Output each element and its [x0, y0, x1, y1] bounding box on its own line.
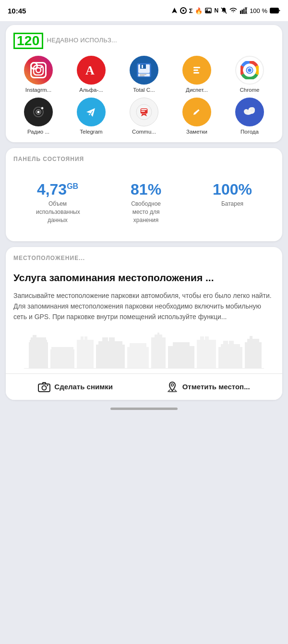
alfa-label: Альфа-... [79, 87, 103, 93]
app-item-zamet[interactable]: Заметки [172, 98, 222, 135]
svg-rect-12 [34, 65, 43, 75]
stat-battery-desc: Батарея [221, 200, 243, 208]
svg-rect-5 [240, 11, 241, 14]
zamet-label: Заметки [186, 129, 207, 135]
chrome-icon [235, 56, 264, 85]
svg-rect-41 [141, 111, 145, 112]
app-item-radio[interactable]: Радио ... [13, 98, 63, 135]
app-item-alfa[interactable]: A Альфа-... [66, 56, 116, 93]
svg-point-36 [41, 107, 44, 110]
app-item-community[interactable]: Commu... [119, 98, 169, 135]
svg-rect-54 [77, 340, 94, 369]
svg-point-31 [248, 68, 252, 72]
city-illustration [13, 330, 275, 369]
image-icon [205, 8, 212, 13]
community-icon [130, 98, 158, 126]
main-content: 120 НЕДАВНО ИСПОЛЬЗ... Instagrm... [0, 21, 288, 404]
snap-label: Сделать снимки [54, 383, 113, 391]
radio-label: Радио ... [27, 129, 49, 135]
location-icon [171, 7, 178, 14]
chrome-label: Chrome [240, 87, 260, 93]
svg-point-80 [42, 385, 47, 390]
svg-rect-57 [96, 345, 125, 369]
signal-icon [240, 7, 247, 14]
app-item-disp[interactable]: Диспет... [172, 56, 222, 93]
svg-rect-78 [24, 368, 264, 369]
stats-row: 4,73GB Объем использованных данных 81% С… [13, 172, 275, 234]
stat-data-usage: 4,73GB Объем использованных данных [36, 182, 79, 224]
stat-storage-value: 81% [131, 182, 161, 197]
community-label: Commu... [132, 129, 156, 135]
svg-point-35 [37, 111, 40, 113]
svg-rect-11 [271, 9, 278, 12]
svg-rect-23 [140, 75, 144, 76]
app-item-chrome[interactable]: Chrome [225, 56, 275, 93]
svg-rect-20 [142, 65, 143, 68]
svg-rect-79 [38, 384, 50, 392]
instagram-icon [24, 56, 53, 85]
svg-rect-70 [205, 336, 209, 341]
recently-used-label-text: НЕДАВНО ИСПОЛЬЗ... [47, 37, 117, 44]
svg-rect-55 [81, 336, 84, 341]
location-card: МЕСТОПОЛОЖЕНИЕ... Услуга запоминания мес… [6, 247, 282, 399]
svg-point-1 [182, 10, 184, 12]
svg-rect-67 [173, 342, 190, 347]
app-item-instagram[interactable]: Instagrm... [13, 56, 63, 93]
s-icon: Σ [189, 7, 193, 14]
pin-icon [166, 381, 179, 393]
svg-point-46 [244, 109, 249, 114]
disp-icon [182, 56, 211, 85]
telegram-label: Telegram [80, 129, 102, 135]
svg-rect-7 [243, 9, 245, 14]
location-text: Записывайте местоположение парковки авто… [13, 290, 275, 322]
svg-rect-66 [168, 346, 194, 369]
battery-icon [270, 8, 280, 13]
svg-rect-27 [193, 72, 199, 74]
telegram-icon [77, 98, 106, 126]
camera-icon [38, 381, 50, 393]
total-label: Total C... [133, 87, 155, 93]
stat-data-desc: Объем использованных данных [36, 200, 79, 224]
svg-point-81 [47, 384, 48, 386]
mark-button[interactable]: Отметить местоп... [166, 381, 250, 393]
svg-rect-74 [229, 341, 234, 345]
svg-rect-61 [127, 347, 149, 369]
total-icon [130, 56, 158, 85]
svg-point-13 [36, 68, 41, 73]
status-panel-card: ПАНЕЛЬ СОСТОЯНИЯ 4,73GB Объем использова… [6, 148, 282, 241]
instagram-label: Instagrm... [25, 87, 51, 93]
bell-icon [221, 7, 227, 14]
svg-rect-77 [250, 336, 252, 340]
recently-used-header: 120 НЕДАВНО ИСПОЛЬЗ... [13, 33, 275, 49]
weather-icon [235, 98, 264, 126]
svg-rect-71 [218, 347, 242, 369]
nfc-icon: N [214, 7, 218, 14]
wifi-icon [229, 8, 237, 13]
svg-point-82 [171, 384, 173, 386]
status-time: 10:45 [8, 7, 26, 15]
mark-label: Отметить местоп... [182, 383, 250, 391]
weather-label: Погода [240, 129, 259, 135]
svg-rect-69 [200, 336, 204, 341]
svg-rect-73 [223, 341, 228, 345]
radio-icon [24, 98, 53, 126]
alfa-icon: A [77, 56, 106, 85]
app-item-telegram[interactable]: Telegram [66, 98, 116, 135]
zamet-icon [182, 98, 211, 126]
disp-label: Диспет... [186, 87, 208, 93]
svg-rect-22 [140, 74, 146, 75]
bottom-bar: Сделать снимки Отметить местоп... [6, 373, 282, 400]
circle-icon [180, 7, 187, 14]
app-item-total[interactable]: Total C... [119, 56, 169, 93]
svg-rect-63 [151, 337, 166, 369]
svg-rect-26 [193, 70, 198, 71]
location-section-label: МЕСТОПОЛОЖЕНИЕ... [13, 255, 275, 261]
snap-button[interactable]: Сделать снимки [38, 381, 113, 393]
stat-storage: 81% Свободное место для хранения [124, 182, 168, 224]
app-item-weather[interactable]: Погода [225, 98, 275, 135]
svg-rect-25 [193, 67, 200, 68]
counter-badge: 120 [13, 33, 43, 49]
svg-rect-76 [247, 339, 259, 343]
svg-rect-60 [109, 337, 115, 342]
svg-rect-48 [29, 342, 48, 369]
